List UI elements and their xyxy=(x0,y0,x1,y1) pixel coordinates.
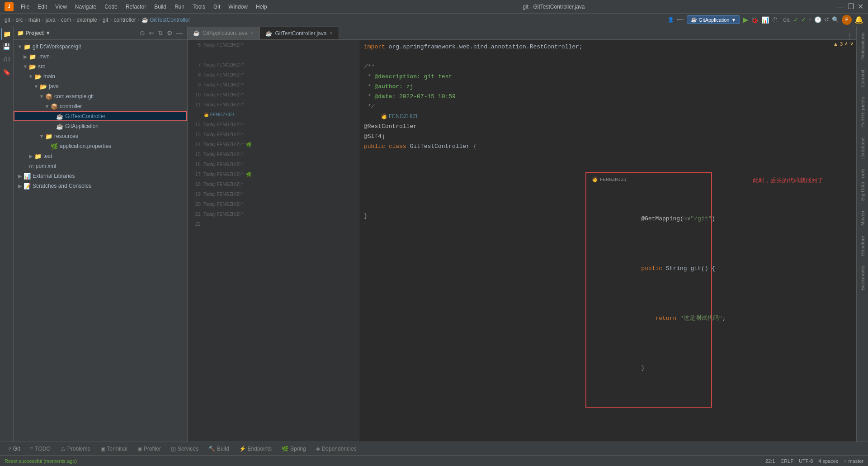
gutter-author: Today FENGZHIZI * xyxy=(203,162,244,167)
panel-locate-icon[interactable]: ⊙ xyxy=(139,29,146,38)
list-item[interactable]: ▼ 📦 controller xyxy=(14,101,187,111)
git-arrow-up-icon[interactable]: ↑ xyxy=(809,16,812,23)
notification-icon[interactable]: 🔔 xyxy=(854,15,863,24)
gutter-author: Today FENGZHIZI * xyxy=(203,92,244,97)
list-item[interactable]: m pom.xml xyxy=(14,161,187,171)
list-item[interactable]: ▼ 📂 java xyxy=(14,81,187,91)
window-controls[interactable]: — ❐ ✕ xyxy=(837,2,863,11)
bottom-tab-profiler[interactable]: ◉ Profiler xyxy=(133,444,165,454)
bottom-tab-problems[interactable]: ⚠ Problems xyxy=(56,444,95,454)
indent-setting[interactable]: 4 spaces xyxy=(818,458,838,464)
sidebar-vcs-icon[interactable]: ⛙ xyxy=(1,53,13,65)
bottom-tab-todo[interactable]: ≡ TODO xyxy=(25,444,55,454)
right-tab-structure[interactable]: Structure xyxy=(858,231,867,261)
right-tab-notifications[interactable]: Notifications xyxy=(858,28,867,64)
bottom-tab-endpoints[interactable]: ⚡ Endpoints xyxy=(235,444,276,454)
tree-root[interactable]: ▼ 📁 git D:\Workspace\git xyxy=(14,42,187,52)
panel-collapse-icon[interactable]: ⇐ xyxy=(148,29,155,38)
breadcrumb-item-git2[interactable]: git xyxy=(103,17,108,23)
menu-tools[interactable]: Tools xyxy=(189,3,209,11)
menu-file[interactable]: File xyxy=(17,3,33,11)
line-ending[interactable]: CRLF xyxy=(780,458,793,464)
tab-gittestcontroller[interactable]: ☕ GitTestController.java ✕ xyxy=(260,27,339,39)
sidebar-bookmarks-icon[interactable]: 🔖 xyxy=(1,66,13,78)
menu-edit[interactable]: Edit xyxy=(34,3,51,11)
panel-sort-icon[interactable]: ⇅ xyxy=(157,29,164,38)
tab-close-ga[interactable]: ✕ xyxy=(250,30,254,36)
editor-settings-icon[interactable]: ⋮ xyxy=(846,32,853,39)
menu-window[interactable]: Window xyxy=(225,3,251,11)
right-tab-database[interactable]: Database xyxy=(858,133,867,163)
git-check2-icon[interactable]: ✓ xyxy=(801,16,806,23)
tab-gitapplication[interactable]: ☕ GitApplication.java ✕ xyxy=(188,27,260,39)
bottom-tab-services[interactable]: ◫ Services xyxy=(166,444,203,454)
breadcrumb-item-git[interactable]: git xyxy=(5,17,10,23)
vcs-update-icon[interactable]: ⟵ xyxy=(677,17,684,23)
menu-bar[interactable]: File Edit View Navigate Code Refactor Bu… xyxy=(17,3,271,11)
breadcrumb-item-src[interactable]: src xyxy=(16,17,23,23)
bottom-tab-terminal[interactable]: ▣ Terminal xyxy=(96,444,132,454)
minimize-button[interactable]: — xyxy=(837,3,844,11)
right-tab-bookmarks[interactable]: Bookmarks xyxy=(858,261,867,295)
maximize-button[interactable]: ❐ xyxy=(848,2,854,11)
bottom-tab-dependencies[interactable]: ◈ Dependencies xyxy=(311,444,361,454)
bottom-tab-build[interactable]: 🔨 Build xyxy=(204,444,234,454)
terminal-tab-label: Terminal xyxy=(107,446,127,452)
git-branch[interactable]: ⑂ master xyxy=(844,458,863,464)
breadcrumb-item-example[interactable]: example xyxy=(76,17,97,23)
list-item[interactable]: ▼ 📂 src xyxy=(14,62,187,71)
cursor-position[interactable]: 22:1 xyxy=(765,458,775,464)
menu-code[interactable]: Code xyxy=(101,3,121,11)
list-item[interactable]: ▶ 📁 .mvn xyxy=(14,52,187,62)
problems-tab-label: Problems xyxy=(67,446,90,452)
list-item[interactable]: 🌿 application.properties xyxy=(14,141,187,151)
list-item[interactable]: ▶ 📝 Scratches and Consoles xyxy=(14,181,187,191)
menu-help[interactable]: Help xyxy=(252,3,271,11)
panel-close-icon[interactable]: — xyxy=(175,29,184,38)
code-content-area[interactable]: import org.springframework.web.bind.anno… xyxy=(359,40,856,442)
git-history-icon[interactable]: 🕐 xyxy=(814,16,821,23)
breadcrumb-item-class[interactable]: ☕ GitTestController xyxy=(142,17,190,23)
tab-icon-ga: ☕ xyxy=(193,30,200,36)
right-tab-pull-requests[interactable]: Pull Requests xyxy=(858,92,867,132)
git-application-dropdown[interactable]: ☕ GitApplication ▼ xyxy=(687,15,741,24)
right-tab-commit[interactable]: Commit xyxy=(858,65,867,91)
run-button[interactable]: ▶ xyxy=(743,15,748,24)
list-item[interactable]: ▼ 📁 resources xyxy=(14,131,187,141)
breadcrumb-item-com[interactable]: com xyxy=(61,17,71,23)
sidebar-project-icon[interactable]: 📁 xyxy=(1,28,13,40)
undo-icon[interactable]: ↺ xyxy=(824,16,829,23)
breadcrumb-item-controller[interactable]: controller xyxy=(113,17,136,23)
bottom-tab-git[interactable]: ⑂ Git xyxy=(4,444,24,454)
tree-item-gittestcontroller[interactable]: ☕ GitTestController xyxy=(14,111,187,121)
debug-button[interactable]: 🐞 xyxy=(751,16,759,24)
list-item[interactable]: ▶ 📁 test xyxy=(14,151,187,161)
sidebar-commit-icon[interactable]: 💾 xyxy=(1,41,13,52)
right-tab-maven[interactable]: Maven xyxy=(858,206,867,230)
list-item[interactable]: ▼ 📂 main xyxy=(14,71,187,81)
menu-view[interactable]: View xyxy=(52,3,71,11)
right-tab-bigdata[interactable]: Big Data Tools xyxy=(858,164,867,205)
gutter-author: Today FENGZHIZI * 🌿 xyxy=(203,172,251,177)
menu-refactor[interactable]: Refactor xyxy=(122,3,150,11)
breadcrumb-item-main[interactable]: main xyxy=(28,17,40,23)
list-item[interactable]: ▶ 📊 External Libraries xyxy=(14,171,187,181)
charset[interactable]: UTF-8 xyxy=(799,458,813,464)
breadcrumb-item-java[interactable]: java xyxy=(46,17,56,23)
profile-button[interactable]: ⏱ xyxy=(772,16,778,24)
git-check-icon[interactable]: ✓ xyxy=(793,16,798,23)
tree-item-gitapplication[interactable]: ☕ GitApplication xyxy=(14,121,187,131)
tab-close-gtc[interactable]: ✕ xyxy=(329,30,333,36)
tree-label-test: test xyxy=(43,153,52,159)
menu-git[interactable]: Git xyxy=(210,3,224,11)
panel-settings-icon[interactable]: ⚙ xyxy=(166,29,174,38)
close-button[interactable]: ✕ xyxy=(858,2,863,11)
menu-navigate[interactable]: Navigate xyxy=(71,3,100,11)
code-editor[interactable]: ▲ 3 ∧ ∨ 5 Today FENGZHIZI * 7 Today FENG… xyxy=(188,40,856,442)
menu-run[interactable]: Run xyxy=(171,3,188,11)
search-icon[interactable]: 🔍 xyxy=(832,16,839,23)
list-item[interactable]: ▼ 📦 com.example.git xyxy=(14,91,187,101)
coverage-button[interactable]: 📊 xyxy=(761,16,769,24)
bottom-tab-spring[interactable]: 🌿 Spring xyxy=(277,444,311,454)
menu-build[interactable]: Build xyxy=(151,3,170,11)
